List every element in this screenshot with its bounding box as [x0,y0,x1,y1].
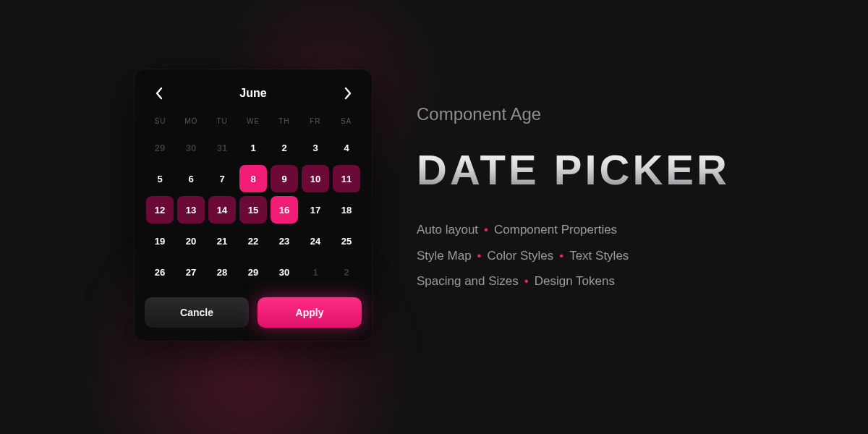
weekday-label: TU [208,113,237,129]
apply-button[interactable]: Apply [258,297,362,328]
feature-item: Design Tokens [535,274,615,288]
chevron-right-icon [344,87,352,100]
day-cell[interactable]: 8 [239,165,267,192]
feature-item: Component Properties [494,223,617,237]
feature-list: Auto layout•Component PropertiesStyle Ma… [417,217,822,294]
day-cell: 30 [177,134,205,161]
day-grid: 2930311234567891011121314151617181920212… [145,134,362,286]
day-cell[interactable]: 26 [146,258,174,286]
day-cell[interactable]: 10 [302,165,329,192]
day-cell[interactable]: 12 [146,196,174,224]
day-cell: 31 [208,134,236,161]
cancel-button[interactable]: Cancle [145,297,249,328]
day-cell[interactable]: 27 [177,258,205,286]
day-cell[interactable]: 29 [239,258,267,286]
day-cell[interactable]: 14 [208,196,236,224]
day-cell[interactable]: 9 [271,165,298,192]
day-cell[interactable]: 2 [271,134,298,161]
page-title: DATE PICKER [417,149,822,191]
day-cell[interactable]: 28 [208,258,236,286]
weekday-row: SUMOTUWETHFRSA [145,113,362,134]
day-cell: 1 [302,258,329,286]
month-label: June [239,87,266,100]
day-cell[interactable]: 6 [177,165,205,192]
day-cell[interactable]: 20 [177,227,205,255]
next-month-button[interactable] [339,84,357,103]
day-cell[interactable]: 1 [239,134,267,161]
feature-item: Text Styles [569,249,629,263]
day-cell[interactable]: 17 [302,196,329,224]
day-cell[interactable]: 11 [333,165,360,192]
weekday-label: TH [270,113,298,129]
weekday-label: SA [332,113,360,129]
day-cell[interactable]: 3 [302,134,329,161]
day-cell: 29 [146,134,174,161]
separator-dot: • [472,249,488,263]
weekday-label: MO [177,113,205,129]
weekday-label: WE [239,113,268,129]
day-cell[interactable]: 24 [302,227,329,255]
day-cell[interactable]: 30 [271,258,298,286]
date-picker: June SUMOTUWETHFRSA 29303112345678910111… [135,69,372,341]
weekday-label: SU [146,113,174,129]
prev-month-button[interactable] [149,84,168,103]
day-cell[interactable]: 18 [333,196,360,224]
day-cell: 2 [333,258,360,286]
separator-dot: • [519,274,535,288]
feature-item: Spacing and Sizes [417,274,519,288]
day-cell[interactable]: 19 [146,227,174,255]
day-cell[interactable]: 4 [333,134,360,161]
separator-dot: • [478,223,494,237]
separator-dot: • [553,249,569,263]
weekday-label: FR [301,113,329,129]
chevron-left-icon [155,87,163,100]
eyebrow-text: Component Age [417,104,822,124]
day-cell[interactable]: 15 [239,196,267,224]
feature-item: Style Map [417,249,472,263]
day-cell[interactable]: 5 [146,165,174,192]
picker-header: June [145,81,362,113]
day-cell[interactable]: 13 [177,196,205,224]
day-cell[interactable]: 22 [239,227,267,255]
feature-item: Auto layout [417,223,478,237]
day-cell[interactable]: 21 [208,227,236,255]
day-cell[interactable]: 25 [333,227,360,255]
day-cell[interactable]: 16 [271,196,298,224]
day-cell[interactable]: 7 [208,165,236,192]
day-cell[interactable]: 23 [271,227,298,255]
picker-actions: Cancle Apply [145,297,362,328]
info-panel: Component Age DATE PICKER Auto layout•Co… [417,104,822,294]
feature-item: Color Styles [488,249,554,263]
